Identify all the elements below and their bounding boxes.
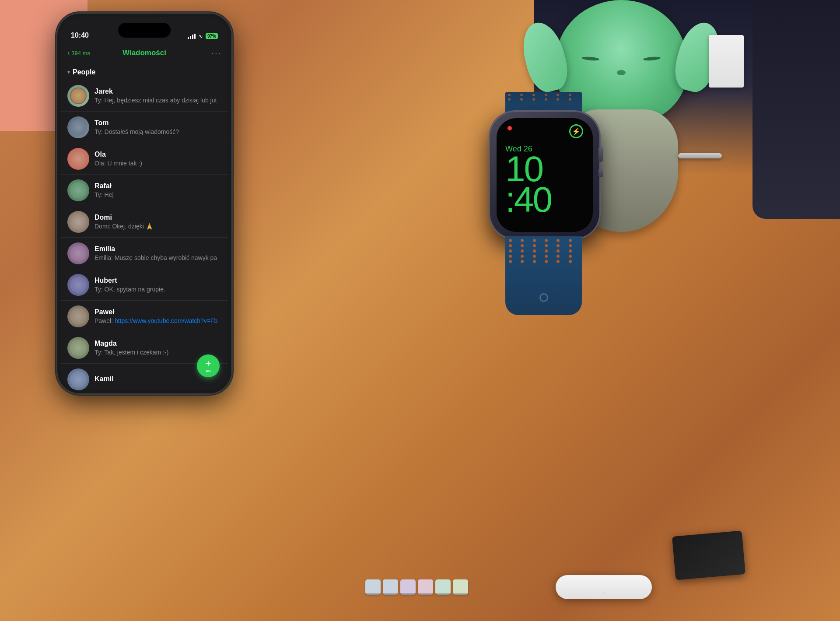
contact-name: Emilia xyxy=(94,245,221,253)
dynamic-island xyxy=(118,23,171,38)
contact-name: Kamil xyxy=(94,375,221,383)
message-preview: Ty: Hej xyxy=(94,191,221,198)
monitor-stand xyxy=(752,0,840,219)
message-content: Paweł Paweł: https://www.youtube.com/wat… xyxy=(94,308,221,324)
messages-list: Jarek Ty: Hej, będziesz miał czas aby dz… xyxy=(60,80,228,390)
key xyxy=(453,579,468,595)
message-content: Kamil xyxy=(94,375,221,384)
message-content: Tom Ty: Dostałeś moją wiadomość? xyxy=(94,119,221,135)
key xyxy=(383,579,398,595)
section-title: People xyxy=(73,68,95,76)
key xyxy=(365,579,381,595)
message-content: Domi Domi: Okej, dzięki 🙏 xyxy=(94,214,221,230)
avatar xyxy=(67,148,89,170)
message-preview: Ty: OK, spytam na grupie. xyxy=(94,286,221,293)
contact-name: Jarek xyxy=(94,88,221,95)
iphone-device: 10:40 ∿ 97% ‹ 394 ms Wiadomości ·· xyxy=(57,13,232,394)
list-item[interactable]: Tom Ty: Dostałeś moją wiadomość? xyxy=(60,112,228,143)
nav-title-area: Wiadomości xyxy=(122,49,166,57)
preview-text: Paweł: xyxy=(94,317,115,324)
watch-screen: ⚡ Wed 26 10 :40 xyxy=(497,118,593,232)
status-icons: ∿ 97% xyxy=(188,33,218,39)
message-preview: Ty: Dostałeś moją wiadomość? xyxy=(94,128,221,135)
avatar xyxy=(67,85,89,107)
wireless-charger xyxy=(556,575,652,599)
plus-icon: + xyxy=(206,359,211,368)
battery-indicator: 97% xyxy=(206,33,218,39)
avatar xyxy=(67,368,89,390)
contact-name: Tom xyxy=(94,119,221,127)
watch-case: ⚡ Wed 26 10 :40 xyxy=(490,112,599,239)
message-preview: Ty: Hej, będziesz miał czas aby dzisiaj … xyxy=(94,97,221,104)
list-item[interactable]: Rafał Ty: Hej xyxy=(60,175,228,206)
apple-watch: ⚡ Wed 26 10 :40 xyxy=(481,92,612,311)
list-item[interactable]: Hubert Ty: OK, spytam na grupie. xyxy=(60,269,228,301)
list-item[interactable]: Emilia Emilia: Muszę sobie chyba wyrobić… xyxy=(60,238,228,269)
status-time: 10:40 xyxy=(71,32,89,39)
avatar xyxy=(67,305,89,327)
contact-name: Ola xyxy=(94,151,221,158)
avatar xyxy=(67,179,89,201)
wifi-icon: ∿ xyxy=(198,33,203,39)
iphone-screen: 10:40 ∿ 97% ‹ 394 ms Wiadomości ·· xyxy=(60,17,228,390)
message-preview: Domi: Okej, dzięki 🙏 xyxy=(94,223,221,230)
list-item[interactable]: Ola Ola: U mnie tak :) xyxy=(60,143,228,175)
preview-link: https://www.youtube.com/watch?v=Fb xyxy=(115,317,217,324)
section-header[interactable]: ▾ People xyxy=(67,68,95,76)
avatar xyxy=(67,337,89,359)
message-content: Ola Ola: U mnie tak :) xyxy=(94,151,221,167)
contact-name: Paweł xyxy=(94,308,221,316)
chevron-back-icon: ‹ xyxy=(67,49,70,57)
key xyxy=(400,579,416,595)
section-chevron-icon: ▾ xyxy=(67,69,70,75)
avatar xyxy=(67,211,89,233)
wallet-case xyxy=(672,530,746,580)
avatar xyxy=(67,116,89,138)
white-box xyxy=(709,35,744,88)
watch-time: 10 :40 xyxy=(505,154,551,214)
message-content: Hubert Ty: OK, spytam na grupie. xyxy=(94,277,221,293)
back-time: 394 ms xyxy=(71,50,90,56)
message-preview: Paweł: https://www.youtube.com/watch?v=F… xyxy=(94,317,221,324)
message-preview: Ty: Tak, jestem i czekam :-) xyxy=(94,349,221,356)
watch-band-top xyxy=(505,92,582,114)
compose-button[interactable]: + AB xyxy=(197,354,220,377)
charging-indicator: ⚡ xyxy=(569,124,583,138)
message-content: Jarek Ty: Hej, będziesz miał czas aby dz… xyxy=(94,88,221,104)
watch-minutes: :40 xyxy=(505,184,551,215)
list-item[interactable]: Jarek Ty: Hej, będziesz miał czas aby dz… xyxy=(60,80,228,112)
signal-icon xyxy=(188,34,196,39)
message-preview: Ola: U mnie tak :) xyxy=(94,160,221,167)
contact-name: Hubert xyxy=(94,277,221,284)
contact-name: Domi xyxy=(94,214,221,221)
watch-band-bottom xyxy=(505,236,582,315)
contact-name: Rafał xyxy=(94,182,221,190)
avatar xyxy=(67,274,89,296)
list-item[interactable]: Paweł Paweł: https://www.youtube.com/wat… xyxy=(60,301,228,332)
fab-label: AB xyxy=(206,369,211,373)
contact-name: Magda xyxy=(94,340,221,347)
nav-bar: ‹ 394 ms Wiadomości ··· xyxy=(60,42,228,64)
message-preview: Emilia: Muszę sobie chyba wyrobić nawyk … xyxy=(94,254,221,261)
keyboard-keys xyxy=(365,579,468,595)
list-item[interactable]: Domi Domi: Okej, dzięki 🙏 xyxy=(60,206,228,238)
message-content: Magda Ty: Tak, jestem i czekam :-) xyxy=(94,340,221,356)
nav-title: Wiadomości xyxy=(122,49,166,57)
avatar xyxy=(67,242,89,264)
message-content: Emilia Emilia: Muszę sobie chyba wyrobić… xyxy=(94,245,221,261)
message-content: Rafał Ty: Hej xyxy=(94,182,221,198)
more-button[interactable]: ··· xyxy=(211,48,221,58)
back-button[interactable]: ‹ 394 ms xyxy=(67,49,90,57)
key xyxy=(435,579,451,595)
key xyxy=(418,579,433,595)
notification-dot xyxy=(508,126,512,130)
